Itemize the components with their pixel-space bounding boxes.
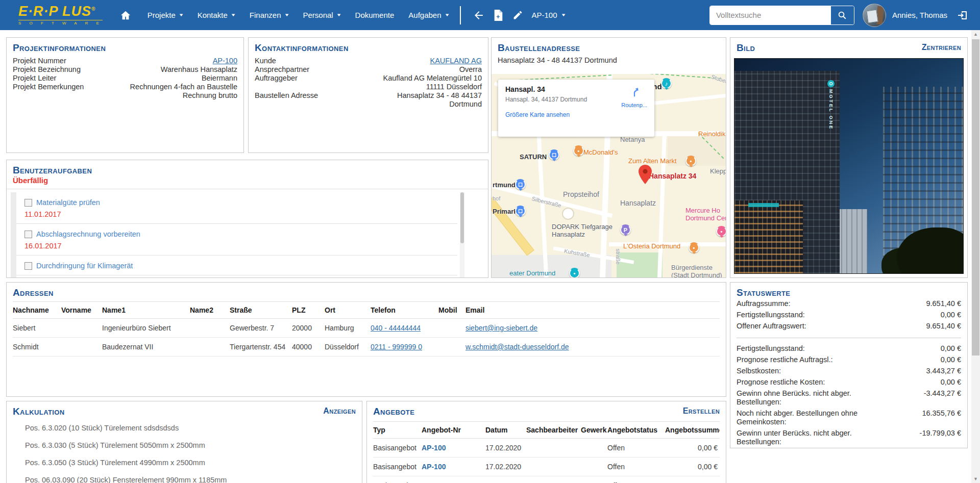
search-input[interactable] xyxy=(710,6,830,24)
offer-number-link[interactable]: AP-100 xyxy=(422,463,446,471)
map-marker-label: Hansaplatz 34 xyxy=(649,172,696,180)
field-value-link[interactable]: AP-100 xyxy=(213,57,237,65)
task-due-date: 11.01.2017 xyxy=(24,210,457,218)
map-label: Hansaplatz xyxy=(620,199,656,207)
table-row[interactable]: BasisangebotAP-10017.02.2020Offen0,00 € xyxy=(373,457,720,476)
anzeigen-link[interactable]: Anzeigen xyxy=(323,406,356,416)
back-icon[interactable] xyxy=(470,7,487,24)
record-selector[interactable]: AP-100 ▼ xyxy=(531,11,565,19)
column-header[interactable]: Gewerk xyxy=(581,426,607,434)
route-button[interactable]: Routenp... xyxy=(621,87,647,108)
map-poi-pin[interactable]: • xyxy=(573,145,584,156)
map-poi-pin[interactable]: • xyxy=(716,226,726,237)
column-header[interactable]: Vorname xyxy=(61,306,102,314)
zentrieren-link[interactable]: Zentrieren xyxy=(922,43,961,52)
email-link[interactable]: w.schmidt@stadt-duesseldorf.de xyxy=(465,343,569,351)
photo-low-building xyxy=(734,200,803,273)
kalkulation-item[interactable]: Pos. 6.3.050 (3 Stück) Türelement 4990mm… xyxy=(13,454,356,471)
table-cell: 20000 xyxy=(292,324,325,332)
map-poi-pin[interactable]: P xyxy=(620,224,631,235)
table-cell xyxy=(190,343,230,351)
column-header[interactable]: Ort xyxy=(325,306,371,314)
search-button[interactable] xyxy=(830,6,854,24)
menu-projekte[interactable]: Projekte▼ xyxy=(141,6,189,24)
map-poi-pin[interactable]: ◻ xyxy=(549,149,559,160)
map-poi-pin[interactable]: ◻ xyxy=(515,179,526,190)
menu-dokumente[interactable]: Dokumente xyxy=(349,6,401,24)
map-poi-pin[interactable]: • xyxy=(685,156,696,166)
kalkulation-item[interactable]: Pos. 06.03.090 (20 Stück) Fensterelement… xyxy=(13,471,356,483)
kalkulation-item[interactable]: Pos. 6.3.030 (5 Stück) Türelement 5050mm… xyxy=(13,437,356,454)
table-row[interactable]: BasisangebotAP-10017.02.2020Offen0,00 € xyxy=(373,476,720,483)
map-poi-pin[interactable]: • xyxy=(689,242,699,253)
table-row[interactable]: BasisangebotAP-10017.02.2020Offen0,00 € xyxy=(373,439,720,457)
google-map[interactable]: DortmundStubenReinoldistraßeReinoldikirc… xyxy=(492,74,726,277)
user-avatar[interactable] xyxy=(863,4,886,27)
table-cell: siebert@ing-siebert.de xyxy=(465,324,720,332)
column-header[interactable]: Sachbearbeiter xyxy=(526,426,581,434)
email-link[interactable]: siebert@ing-siebert.de xyxy=(465,324,537,332)
task-checkbox[interactable] xyxy=(24,199,32,207)
map-poi-pin[interactable]: • xyxy=(569,268,580,277)
column-header[interactable]: Mobil xyxy=(438,306,465,314)
status-row: Prognose restliche Kosten:0,00 € xyxy=(737,378,961,387)
column-header[interactable]: Name2 xyxy=(190,306,230,314)
menu-personal[interactable]: Personal▼ xyxy=(297,6,347,24)
column-header[interactable]: Straße xyxy=(230,306,292,314)
menu-finanzen[interactable]: Finanzen▼ xyxy=(243,6,295,24)
column-header[interactable]: Datum xyxy=(485,426,526,434)
column-header[interactable]: Angebotssumme xyxy=(665,426,720,434)
column-header[interactable]: Angebot-Nr xyxy=(422,426,485,434)
field-value-link[interactable]: KAUFLAND AG xyxy=(430,57,482,65)
home-icon[interactable] xyxy=(117,7,134,24)
column-header[interactable]: Angebotstatus xyxy=(607,426,665,434)
info-row: KundeKAUFLAND AG xyxy=(255,57,482,65)
column-header[interactable]: Telefon xyxy=(371,306,438,314)
map-poi-pin[interactable]: ◻ xyxy=(515,206,526,216)
task-list-scrollbar[interactable] xyxy=(460,192,464,278)
table-row[interactable]: SchmidtBaudezernat VIITiergartenstr. 454… xyxy=(13,338,720,357)
phone-link[interactable]: 040 - 44444444 xyxy=(371,324,421,332)
column-header[interactable]: Typ xyxy=(373,426,422,434)
kalkulation-item[interactable]: Pos. 6.3.020 (10 Stück) Türelement sdsds… xyxy=(13,419,356,437)
column-header[interactable]: PLZ xyxy=(292,306,325,314)
scroll-down-arrow[interactable]: ▼ xyxy=(971,475,980,483)
new-document-icon[interactable]: + xyxy=(489,7,507,24)
map-marker-icon[interactable] xyxy=(639,165,652,186)
status-values-order: Auftragssumme:9.651,40 €Fertigstellungss… xyxy=(737,299,961,331)
task-link[interactable]: Abschlagsrechnung vorbereiten xyxy=(36,230,140,238)
status-value: 9.651,40 € xyxy=(926,299,961,308)
status-label: Selbstkosten: xyxy=(737,367,781,375)
status-row: Gewinn unter Berücks. nicht abger. Beste… xyxy=(737,429,961,446)
edit-pencil-icon[interactable] xyxy=(509,7,526,24)
phone-link[interactable]: 0211 - 999999 0 xyxy=(371,343,422,351)
map-poi-pin[interactable]: ♪ xyxy=(661,78,672,89)
menu-aufgaben[interactable]: Aufgaben▼ xyxy=(402,6,455,24)
panel-bild: Bild Zentrieren O MOTEL ONE xyxy=(730,37,968,278)
erstellen-link[interactable]: Erstellen xyxy=(683,406,720,416)
task-checkbox[interactable] xyxy=(24,262,32,270)
task-due-date: 16.01.2017 xyxy=(24,242,457,250)
larger-map-link[interactable]: Größere Karte ansehen xyxy=(505,111,647,118)
map-label: Kleppi xyxy=(710,167,726,175)
table-cell: 40000 xyxy=(292,343,325,351)
offer-number-link[interactable]: AP-100 xyxy=(422,444,446,452)
column-header[interactable]: Nachname xyxy=(13,306,61,314)
task-link[interactable]: Materialgüte prüfen xyxy=(36,198,100,207)
task-checkbox[interactable] xyxy=(24,231,32,238)
map-label: Zum Alten Markt xyxy=(628,157,677,165)
column-header[interactable]: Name1 xyxy=(102,306,190,314)
brand-logo[interactable]: E·R·P LUS® S O F T W A R E xyxy=(18,5,103,26)
page-scrollbar[interactable]: ▲ ▼ xyxy=(971,30,980,483)
status-label: Gewinn unter Berücks. nicht abger. Beste… xyxy=(737,429,890,446)
scrollbar-thumb[interactable] xyxy=(972,39,979,355)
scroll-up-arrow[interactable]: ▲ xyxy=(971,30,980,38)
table-row[interactable]: SiebertIngenieurbüro SiebertGewerbestr. … xyxy=(13,319,720,338)
field-label: Kunde xyxy=(255,57,276,65)
table-cell: AP-100 xyxy=(422,444,485,452)
task-link[interactable]: Durchdringung für Klimagerät xyxy=(36,262,133,270)
status-label: Auftragssumme: xyxy=(737,299,791,308)
menu-kontakte[interactable]: Kontakte▼ xyxy=(191,6,241,24)
logout-icon[interactable] xyxy=(957,9,969,21)
column-header[interactable]: Email xyxy=(465,306,720,314)
